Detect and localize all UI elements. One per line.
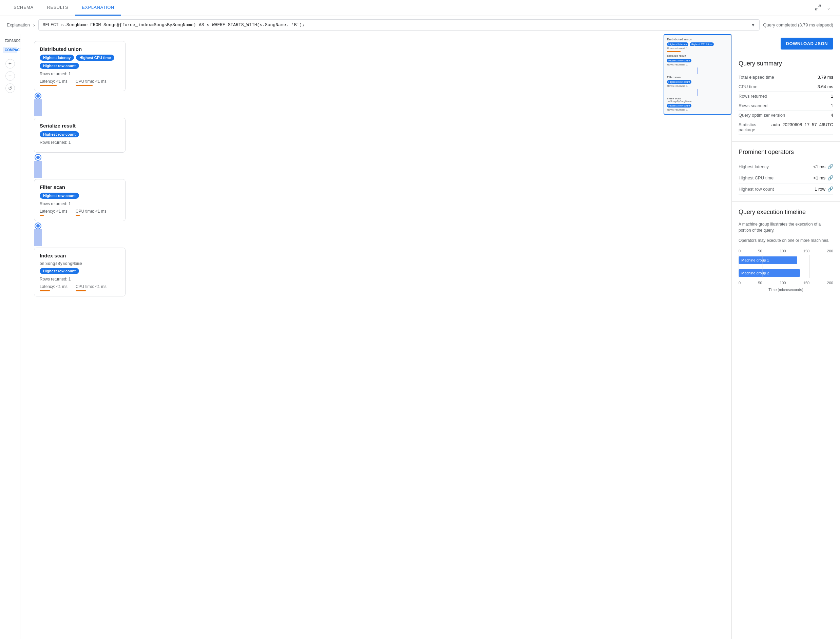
summary-value-total-elapsed: 3.79 ms [818, 75, 833, 80]
connector-dot-inner-1 [36, 94, 40, 98]
connector-1 [34, 92, 42, 116]
cpu-bar-0 [76, 85, 92, 86]
node-rows-2: Rows returned: 1 [40, 202, 120, 206]
query-summary-section: Query summary Total elapsed time 3.79 ms… [732, 53, 840, 142]
timeline-desc-2: Operators may execute on one or more mac… [738, 237, 833, 243]
summary-label-total-elapsed: Total elapsed time [738, 75, 774, 80]
mini-preview-label: Distributed union [667, 38, 728, 41]
connector-3 [34, 223, 42, 246]
timeline-chart: 0 50 100 150 200 [738, 248, 833, 292]
timeline-bars-area: Machine group 1 Machine group 2 [738, 255, 833, 278]
summary-value-optimizer: 4 [831, 113, 833, 118]
cpu-metric-0: CPU time: <1 ms [76, 79, 107, 86]
summary-label-optimizer: Query optimizer version [738, 113, 785, 118]
connector-2 [34, 154, 42, 178]
op-value-rowcount: 1 row 🔗 [815, 186, 833, 192]
op-label-latency: Highest latency [738, 164, 769, 169]
badge-highest-latency-0[interactable]: Highest latency [40, 55, 74, 61]
left-panel: EXPANDED COMPACT + − ↺ [0, 34, 21, 639]
latency-metric-3: Latency: <1 ms [40, 284, 67, 291]
breadcrumb-arrow: › [33, 22, 35, 28]
cpu-metric-2: CPU time: <1 ms [76, 209, 107, 216]
badge-highest-row-3[interactable]: Highest row count [40, 268, 79, 274]
badge-highest-row-1[interactable]: Highest row count [40, 131, 79, 137]
breadcrumb-label: Explanation [7, 22, 30, 27]
download-json-button[interactable]: DOWNLOAD JSON [781, 38, 834, 49]
connector-line-2 [34, 161, 42, 178]
op-link-rowcount[interactable]: 🔗 [827, 186, 833, 192]
query-summary-title: Query summary [738, 60, 833, 67]
cpu-metric-3: CPU time: <1 ms [76, 284, 107, 291]
cpu-bar-2 [76, 215, 80, 216]
tab-schema[interactable]: SCHEMA [7, 0, 40, 16]
timeline-bar-row-1: Machine group 1 [738, 255, 833, 265]
timeline-bar-2: Machine group 2 [738, 269, 800, 277]
summary-value-rows-returned: 1 [831, 94, 833, 99]
summary-row-statistics: Statistics package auto_20230608_17_57_4… [738, 120, 833, 135]
tab-results[interactable]: RESULTS [40, 0, 75, 16]
nodes-container: Distributed union Highest latency Highes… [27, 41, 725, 296]
node-filter-scan: Filter scan Highest row count Rows retur… [34, 179, 126, 221]
summary-row-rows-returned: Rows returned 1 [738, 92, 833, 101]
mini-preview: Distributed union Highest latency Highes… [663, 34, 732, 114]
metrics-row-2: Latency: <1 ms CPU time: <1 ms [40, 209, 120, 216]
summary-value-statistics: auto_20230608_17_57_46UTC [772, 122, 833, 132]
summary-label-cpu-time: CPU time [738, 84, 757, 89]
node-title-distributed-union: Distributed union [40, 46, 120, 52]
node-serialize-result: Serialize result Highest row count Rows … [34, 118, 126, 153]
latency-bar-3 [40, 290, 50, 291]
right-panel: DOWNLOAD JSON Query summary Total elapse… [732, 34, 840, 639]
timeline-bar-row-2: Machine group 2 [738, 268, 833, 278]
prominent-operators-section: Prominent operators Highest latency <1 m… [732, 142, 840, 202]
svg-line-1 [816, 8, 818, 10]
summary-label-rows-scanned: Rows scanned [738, 103, 767, 108]
op-label-rowcount: Highest row count [738, 186, 774, 192]
fullscreen-button[interactable] [812, 2, 824, 14]
query-status: Query completed (3.79 ms elapsed) [763, 22, 833, 27]
top-right-bar: DOWNLOAD JSON [732, 34, 840, 53]
main-layout: EXPANDED COMPACT + − ↺ Distributed union… [0, 34, 840, 639]
timeline-x-label: Time (microseconds) [738, 288, 833, 292]
prominent-operators-title: Prominent operators [738, 149, 833, 156]
latency-metric-2: Latency: <1 ms [40, 209, 67, 216]
op-value-cpu: <1 ms 🔗 [813, 175, 833, 180]
tab-explanation[interactable]: EXPLANATION [75, 0, 121, 16]
node-title-index-scan: Index scan [40, 253, 120, 258]
badge-row-serialize: Highest row count [40, 131, 120, 137]
cpu-bar-3 [76, 290, 86, 291]
badge-highest-row-0[interactable]: Highest row count [40, 63, 79, 69]
top-tabs-bar: SCHEMA RESULTS EXPLANATION ⌄ [0, 0, 840, 16]
svg-line-0 [819, 5, 821, 7]
zoom-out-button[interactable]: − [5, 71, 15, 81]
node-rows-0: Rows returned: 1 [40, 72, 120, 76]
mini-preview-badges: Highest latency Highest CPU time [667, 42, 728, 46]
query-selector[interactable]: SELECT s.SongName FROM Songs@{force_inde… [38, 19, 760, 30]
zoom-reset-button[interactable]: ↺ [5, 83, 15, 93]
badge-highest-cpu-0[interactable]: Highest CPU time [76, 55, 114, 61]
op-value-latency: <1 ms 🔗 [813, 164, 833, 169]
timeline-axis-top: 0 50 100 150 200 [738, 249, 833, 253]
badge-highest-row-2[interactable]: Highest row count [40, 192, 79, 199]
op-row-latency: Highest latency <1 ms 🔗 [738, 161, 833, 172]
node-title-serialize-result: Serialize result [40, 123, 120, 129]
metrics-row-3: Latency: <1 ms CPU time: <1 ms [40, 284, 120, 291]
diagram-area: Distributed union Highest latency Highes… [21, 34, 732, 639]
node-rows-1: Rows returned: 1 [40, 140, 120, 145]
timeline-bar-1: Machine group 1 [738, 256, 797, 264]
collapse-button[interactable]: ⌄ [824, 3, 833, 13]
op-row-rowcount: Highest row count 1 row 🔗 [738, 183, 833, 195]
connector-dot-3 [35, 223, 41, 229]
compact-view-btn[interactable]: COMPACT [3, 47, 17, 53]
op-label-cpu: Highest CPU time [738, 175, 773, 180]
op-link-latency[interactable]: 🔗 [827, 164, 833, 169]
mini-badge-1: Highest latency [667, 42, 688, 46]
op-row-cpu: Highest CPU time <1 ms 🔗 [738, 172, 833, 183]
connector-dot-2 [35, 154, 41, 161]
summary-row-total-elapsed: Total elapsed time 3.79 ms [738, 73, 833, 82]
zoom-in-button[interactable]: + [5, 59, 15, 68]
summary-label-statistics: Statistics package [738, 122, 772, 132]
expanded-view-btn[interactable]: EXPANDED [3, 38, 17, 44]
op-link-cpu[interactable]: 🔗 [827, 175, 833, 180]
summary-label-rows-returned: Rows returned [738, 94, 767, 99]
latency-bar-0 [40, 85, 57, 86]
